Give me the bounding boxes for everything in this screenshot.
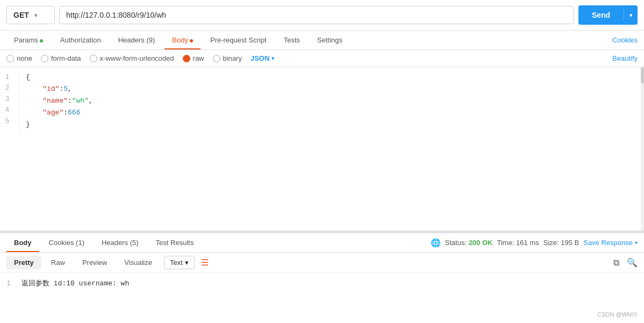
code-lines: 1 2 3 4 5 { "id":5, "name":"wh", "age":6… [0,67,644,135]
json-dropdown[interactable]: JSON ▾ [251,54,274,62]
tab-body[interactable]: Body [164,31,201,49]
method-select[interactable]: GET ▾ [6,6,55,24]
code-line-4: "age":666 [26,107,638,119]
format-visualize-button[interactable]: Visualize [117,256,160,269]
line-num-1: 1 [0,71,13,82]
send-chevron-icon: ▾ [624,12,638,18]
search-response-icon[interactable]: 🔍 [627,257,638,268]
binary-radio[interactable] [213,55,220,62]
json-chevron-icon: ▾ [271,55,274,61]
tab-tests[interactable]: Tests [276,31,307,49]
code-editor[interactable]: 1 2 3 4 5 { "id":5, "name":"wh", "age":6… [0,67,644,231]
format-raw-button[interactable]: Raw [44,256,73,269]
cookies-link[interactable]: Cookies [612,31,638,49]
url-bar: GET ▾ Send ▾ [0,0,644,31]
method-chevron: ▾ [34,12,37,18]
status-label: Status: [445,239,469,247]
response-status-area: 🌐 Status: 200 OK Time: 161 ms Size: 195 … [431,238,638,248]
resp-tab-cookies[interactable]: Cookies (1) [41,233,92,252]
line-num-3: 3 [0,94,13,104]
status-badge: Status: 200 OK [445,239,493,247]
response-content: 1 返回参数 id:10 username: wh [0,273,644,294]
code-line-2: "id":5, [26,83,638,95]
body-dot [190,39,193,42]
option-x-www[interactable]: x-www-form-urlencoded [90,54,174,62]
format-preview-button[interactable]: Preview [75,256,115,269]
option-none[interactable]: none [6,54,32,62]
scrollbar-thumb [641,67,644,83]
x-www-radio[interactable] [90,55,97,62]
url-input[interactable] [59,6,574,24]
tab-headers[interactable]: Headers (9) [111,31,163,49]
save-response-button[interactable]: Save Response ▾ [583,239,638,247]
line-num-4: 4 [0,104,13,115]
option-binary[interactable]: binary [213,54,242,62]
tab-settings[interactable]: Settings [310,31,350,49]
body-options-row: none form-data x-www-form-urlencoded raw… [0,50,644,67]
editor-scrollbar[interactable] [641,67,644,231]
globe-icon: 🌐 [431,238,441,248]
resp-tab-headers[interactable]: Headers (5) [94,233,146,252]
send-label: Send [578,11,624,19]
line-num-2: 2 [0,82,13,93]
code-content[interactable]: { "id":5, "name":"wh", "age":666 } [19,67,644,135]
text-format-dropdown[interactable]: Text ▾ [164,256,195,269]
line-numbers: 1 2 3 4 5 [0,67,19,135]
resp-tab-body[interactable]: Body [6,233,39,252]
request-tabs: Params Authorization Headers (9) Body Pr… [0,31,644,50]
none-radio[interactable] [6,55,14,62]
code-line-3: "name":"wh", [26,95,638,107]
save-response-chevron: ▾ [635,240,638,246]
raw-radio[interactable] [183,55,190,62]
text-dropdown-chevron: ▾ [185,259,189,267]
params-dot [40,39,43,42]
tab-authorization[interactable]: Authorization [53,31,109,49]
response-line-numbers: 1 [6,277,22,290]
status-ok: 200 OK [469,239,493,247]
code-line-1: { [26,71,638,83]
watermark: CSDN @WH仟 [597,311,638,319]
response-format-row: Pretty Raw Preview Visualize Text ▾ ☰ ⧉ … [0,253,644,273]
option-form-data[interactable]: form-data [41,54,81,62]
method-label: GET [13,11,29,19]
code-line-5: } [26,119,638,131]
response-text: 返回参数 id:10 username: wh [22,277,129,290]
format-pretty-button[interactable]: Pretty [6,256,41,269]
size-label: Size: 195 B [543,239,579,247]
response-tabs-row: Body Cookies (1) Headers (5) Test Result… [0,233,644,253]
tab-params[interactable]: Params [6,31,51,49]
resp-tab-test-results[interactable]: Test Results [148,233,202,252]
time-label: Time: 161 ms [497,239,539,247]
beautify-button[interactable]: Beautify [612,54,638,62]
form-data-radio[interactable] [41,55,48,62]
response-section: Body Cookies (1) Headers (5) Test Result… [0,231,644,323]
send-button[interactable]: Send ▾ [578,5,638,25]
option-raw[interactable]: raw [183,54,204,62]
copy-icon[interactable]: ⧉ [613,258,619,268]
word-wrap-icon[interactable]: ☰ [201,257,209,268]
line-num-5: 5 [0,116,13,126]
tab-prerequest[interactable]: Pre-request Script [203,31,274,49]
